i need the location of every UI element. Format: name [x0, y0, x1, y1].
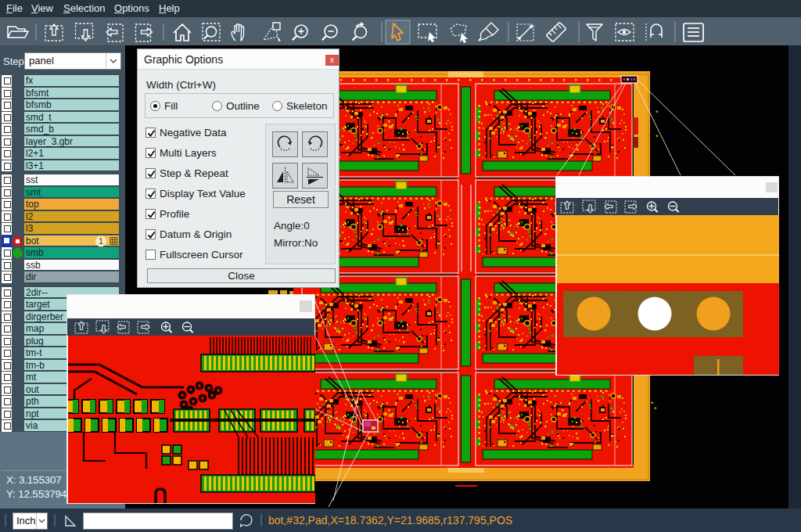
svg-text:*: * — [656, 133, 659, 141]
svg-text:*: * — [656, 109, 659, 117]
svg-text:*: * — [654, 405, 657, 413]
svg-text:1: 1 — [99, 237, 103, 246]
svg-text:*: * — [634, 429, 637, 437]
